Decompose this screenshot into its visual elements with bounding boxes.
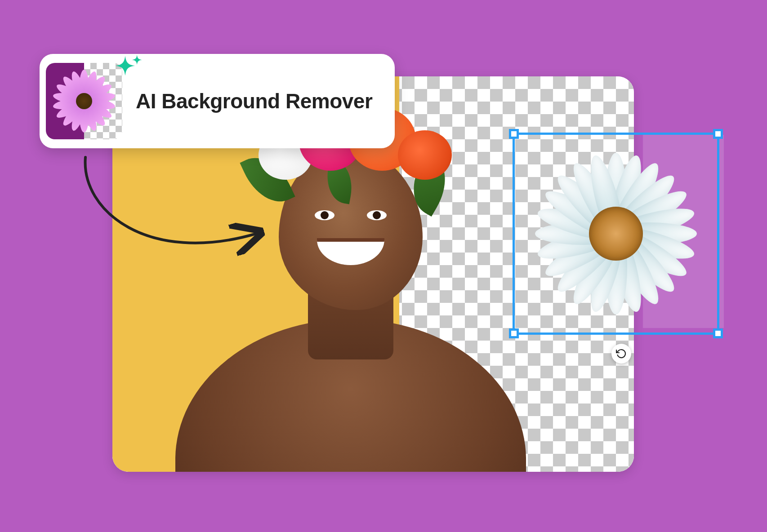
resize-handle-top-left[interactable]	[509, 129, 519, 139]
selection-bounding-box[interactable]	[513, 133, 719, 335]
resize-handle-bottom-left[interactable]	[509, 328, 519, 338]
orange-rose-icon	[398, 130, 452, 180]
resize-handle-bottom-right[interactable]	[713, 328, 723, 338]
ai-background-remover-card[interactable]: AI Background Remover	[40, 54, 395, 148]
rotate-ccw-icon	[616, 348, 627, 359]
subject-eye-left	[315, 210, 334, 220]
selected-element[interactable]	[513, 133, 719, 335]
pink-daisy-icon	[50, 67, 118, 135]
rotate-button[interactable]	[611, 344, 631, 364]
subject-eye-right	[367, 210, 387, 220]
tool-label: AI Background Remover	[136, 89, 372, 113]
tool-thumbnail	[46, 63, 122, 139]
resize-handle-top-right[interactable]	[713, 129, 723, 139]
sparkle-icon	[112, 54, 144, 85]
arrow-icon	[76, 153, 270, 270]
